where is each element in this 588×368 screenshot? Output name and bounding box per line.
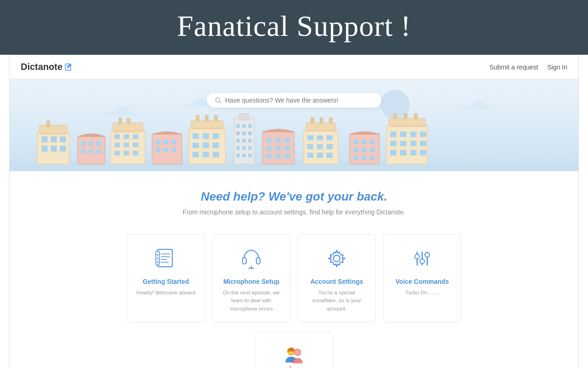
svg-rect-59 <box>239 114 249 120</box>
svg-rect-33 <box>133 143 138 147</box>
card-getting-started[interactable]: Getting Started Howdy! Welcome aboard <box>127 234 205 322</box>
card-inviting-friends[interactable]: ♥ Inviting Friends <box>255 332 333 368</box>
svg-rect-62 <box>248 124 252 128</box>
svg-rect-135 <box>243 258 246 264</box>
search-input[interactable] <box>225 97 373 104</box>
hero-section <box>10 79 578 171</box>
svg-rect-91 <box>317 135 323 140</box>
svg-rect-54 <box>213 143 219 148</box>
svg-point-145 <box>420 259 424 264</box>
svg-rect-55 <box>192 152 199 157</box>
card-microphone-setup-desc: On the next episode, we learn to deal wi… <box>220 289 283 313</box>
svg-rect-122 <box>390 150 396 155</box>
svg-point-144 <box>415 254 419 259</box>
help-subtitle: From microphone setup to account setting… <box>19 208 569 216</box>
svg-rect-28 <box>114 134 120 139</box>
submit-request-link[interactable]: Submit a request <box>490 63 538 71</box>
card-voice-commands[interactable]: Voice Commands Turbo On ....... <box>383 234 461 322</box>
svg-rect-9 <box>40 125 67 134</box>
svg-rect-114 <box>390 132 396 137</box>
svg-rect-69 <box>236 146 240 150</box>
svg-rect-43 <box>171 148 176 152</box>
sliders-icon <box>409 246 435 271</box>
card-account-settings-title: Account Settings <box>305 278 368 285</box>
svg-rect-73 <box>242 154 246 157</box>
svg-rect-97 <box>317 153 323 158</box>
svg-rect-115 <box>400 132 407 137</box>
svg-point-134 <box>157 262 158 263</box>
svg-rect-118 <box>390 141 396 146</box>
top-banner: Fanatical Support ! <box>0 0 588 55</box>
svg-rect-89 <box>329 117 333 124</box>
svg-rect-40 <box>171 140 176 144</box>
svg-rect-87 <box>311 117 314 124</box>
svg-rect-32 <box>124 143 129 147</box>
cards-grid: Getting Started Howdy! Welcome aboard Mi… <box>10 234 578 332</box>
svg-rect-12 <box>51 137 57 142</box>
card-microphone-setup-title: Microphone Setup <box>220 278 283 285</box>
svg-rect-27 <box>127 118 130 124</box>
card-microphone-setup[interactable]: Microphone Setup On the next episode, we… <box>212 234 290 322</box>
svg-rect-68 <box>248 139 252 143</box>
svg-rect-20 <box>96 141 101 146</box>
svg-rect-79 <box>266 146 271 151</box>
svg-rect-61 <box>242 124 246 128</box>
svg-rect-52 <box>192 143 199 148</box>
svg-rect-53 <box>203 143 209 148</box>
svg-rect-103 <box>353 148 358 152</box>
svg-rect-90 <box>307 135 313 140</box>
card-account-settings-desc: You're a special snowflake, so is your a… <box>305 289 368 313</box>
nav-links: Submit a request Sign In <box>490 63 567 71</box>
svg-rect-63 <box>236 132 240 135</box>
svg-line-6 <box>220 102 221 104</box>
svg-rect-21 <box>81 149 85 154</box>
svg-rect-48 <box>214 115 218 121</box>
svg-point-148 <box>294 349 301 356</box>
svg-rect-30 <box>133 134 138 139</box>
svg-rect-35 <box>124 151 129 155</box>
svg-rect-31 <box>114 143 120 147</box>
svg-rect-77 <box>275 138 281 143</box>
svg-text:♥: ♥ <box>289 365 292 368</box>
banner-title: Fanatical Support ! <box>0 9 588 43</box>
notebook-icon <box>153 246 179 271</box>
svg-rect-136 <box>256 258 260 264</box>
logo-icon <box>64 63 73 71</box>
svg-rect-83 <box>275 154 281 159</box>
svg-rect-88 <box>320 117 323 124</box>
sign-in-link[interactable]: Sign In <box>547 63 567 71</box>
svg-rect-10 <box>46 121 50 127</box>
svg-rect-18 <box>81 141 85 146</box>
card-account-settings[interactable]: Account Settings You're a special snowfl… <box>298 234 376 322</box>
svg-rect-95 <box>327 144 333 149</box>
logo: Dictanote <box>21 62 73 72</box>
svg-rect-14 <box>42 146 47 151</box>
svg-rect-49 <box>192 133 199 139</box>
svg-rect-22 <box>89 149 93 154</box>
card-voice-commands-desc: Turbo On ....... <box>391 289 453 297</box>
svg-rect-84 <box>284 154 290 159</box>
card-getting-started-desc: Howdy! Welcome aboard <box>135 289 197 297</box>
svg-rect-46 <box>196 115 199 121</box>
svg-rect-13 <box>60 137 66 142</box>
svg-rect-80 <box>275 146 281 151</box>
svg-rect-19 <box>89 141 93 146</box>
svg-rect-66 <box>236 139 240 143</box>
svg-rect-65 <box>248 132 252 135</box>
friends-icon: ♥ <box>281 343 307 368</box>
svg-rect-38 <box>156 140 160 144</box>
svg-rect-47 <box>205 115 209 121</box>
svg-rect-50 <box>203 133 209 139</box>
svg-rect-94 <box>317 144 323 149</box>
svg-rect-81 <box>284 146 290 151</box>
svg-rect-16 <box>60 146 66 151</box>
svg-rect-45 <box>191 121 223 129</box>
svg-rect-117 <box>420 132 426 137</box>
svg-rect-101 <box>362 140 367 144</box>
svg-rect-11 <box>42 137 47 142</box>
svg-rect-104 <box>362 148 367 152</box>
svg-rect-126 <box>158 249 172 267</box>
svg-rect-106 <box>353 155 358 160</box>
svg-rect-26 <box>119 118 122 124</box>
svg-rect-64 <box>242 132 246 135</box>
